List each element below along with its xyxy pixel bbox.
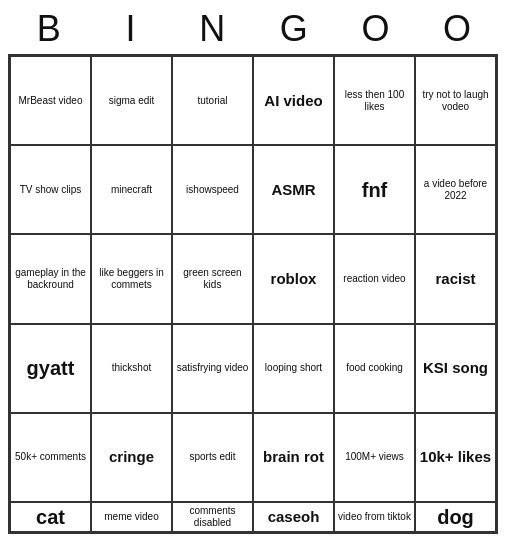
cell-8[interactable]: ishowspeed — [172, 145, 253, 234]
cell-33[interactable]: caseoh — [253, 502, 334, 532]
cell-23[interactable]: KSI song — [415, 324, 496, 413]
cell-22[interactable]: food cooking — [334, 324, 415, 413]
cell-21[interactable]: looping short — [253, 324, 334, 413]
cell-31[interactable]: meme video — [91, 502, 172, 532]
cell-28[interactable]: 100M+ views — [334, 413, 415, 502]
cell-10[interactable]: fnf — [334, 145, 415, 234]
cell-2[interactable]: tutorial — [172, 56, 253, 145]
cell-27[interactable]: brain rot — [253, 413, 334, 502]
cell-19[interactable]: thickshot — [91, 324, 172, 413]
cell-34[interactable]: video from tiktok — [334, 502, 415, 532]
cell-16[interactable]: reaction video — [334, 234, 415, 323]
cell-17[interactable]: racist — [415, 234, 496, 323]
cell-32[interactable]: comments disabled — [172, 502, 253, 532]
cell-24[interactable]: 50k+ comments — [10, 413, 91, 502]
cell-14[interactable]: green screen kids — [172, 234, 253, 323]
cell-9[interactable]: ASMR — [253, 145, 334, 234]
cell-30[interactable]: cat — [10, 502, 91, 532]
cell-26[interactable]: sports edit — [172, 413, 253, 502]
letter-i: I — [90, 8, 170, 50]
letter-b: B — [9, 8, 89, 50]
cell-29[interactable]: 10k+ likes — [415, 413, 496, 502]
bingo-grid: MrBeast videosigma edittutorialAI videol… — [8, 54, 498, 534]
cell-11[interactable]: a video before 2022 — [415, 145, 496, 234]
letter-o1: O — [335, 8, 415, 50]
bingo-header: B I N G O O — [8, 8, 498, 50]
cell-6[interactable]: TV show clips — [10, 145, 91, 234]
cell-4[interactable]: less then 100 likes — [334, 56, 415, 145]
cell-1[interactable]: sigma edit — [91, 56, 172, 145]
cell-18[interactable]: gyatt — [10, 324, 91, 413]
cell-3[interactable]: AI video — [253, 56, 334, 145]
cell-35[interactable]: dog — [415, 502, 496, 532]
cell-25[interactable]: cringe — [91, 413, 172, 502]
cell-0[interactable]: MrBeast video — [10, 56, 91, 145]
cell-7[interactable]: minecraft — [91, 145, 172, 234]
cell-13[interactable]: like beggers in commets — [91, 234, 172, 323]
letter-o2: O — [417, 8, 497, 50]
cell-5[interactable]: try not to laugh vodeo — [415, 56, 496, 145]
cell-20[interactable]: satisfrying video — [172, 324, 253, 413]
cell-15[interactable]: roblox — [253, 234, 334, 323]
letter-n: N — [172, 8, 252, 50]
letter-g: G — [254, 8, 334, 50]
cell-12[interactable]: gameplay in the backround — [10, 234, 91, 323]
